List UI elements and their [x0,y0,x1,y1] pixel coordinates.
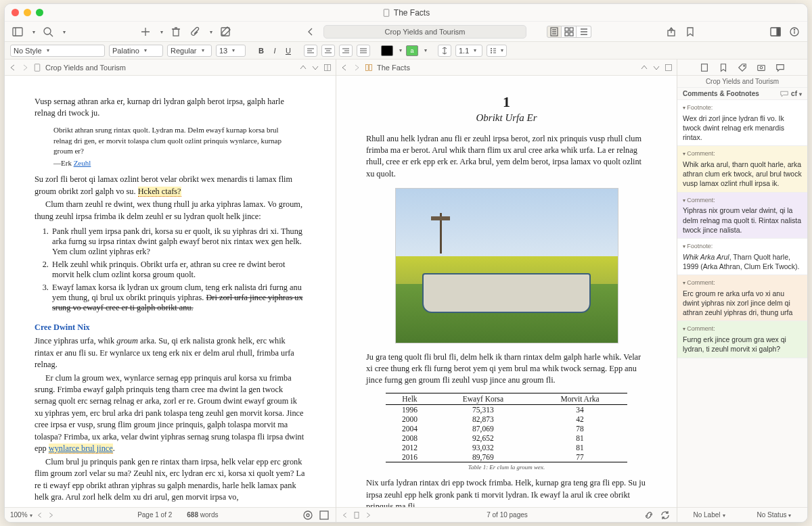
nav-forward-button[interactable] [21,64,29,72]
text-color-menu[interactable] [397,47,402,53]
font-select[interactable]: Palatino [109,45,163,57]
highlight-color-swatch[interactable]: a [406,45,418,56]
comments-tab[interactable] [775,63,785,72]
add-menu-button[interactable] [158,28,163,35]
bold-button[interactable]: B [256,47,266,55]
nav-down-button[interactable] [311,64,319,72]
prev-page-button[interactable] [342,512,348,519]
editor-footer: 100% Page 1 of 2 688 words [5,507,336,522]
snapshots-tab[interactable] [757,63,766,72]
next-doc-button[interactable] [47,512,54,519]
view-corkboard-button[interactable] [562,26,577,38]
view-document-button[interactable] [547,26,562,38]
align-right-button[interactable] [339,45,353,57]
status-select[interactable]: No Status [757,511,792,519]
info-button[interactable] [788,26,800,38]
share-button[interactable] [665,26,677,38]
svg-rect-55 [369,64,372,70]
toggle-binder-button[interactable] [12,26,24,38]
note-item[interactable]: Footnote:Whik Arka Arul, Tharn Quolt har… [677,239,807,275]
target-button[interactable] [302,509,314,521]
italic-button[interactable]: I [270,47,279,55]
split-button[interactable] [323,64,332,72]
searchbar-back-button[interactable] [304,26,317,38]
svg-rect-17 [565,32,568,36]
label-select[interactable]: No Label [694,511,725,519]
search-menu-button[interactable] [61,28,66,35]
editor-content[interactable]: Vusp sernag athran arka er, kurnap dri l… [5,76,336,507]
zoom-window-button[interactable] [36,9,43,16]
attach-button[interactable] [189,26,201,38]
svg-rect-48 [35,64,40,71]
body-text: Rhull anu helk lydran anu fli er zeuhl i… [366,133,647,180]
font-weight-select[interactable]: Regular [167,45,212,57]
page-indicator: Page 1 of 2 [137,511,172,519]
highlight-color-menu[interactable] [422,47,427,53]
citation-link[interactable]: Zeuhl [74,159,91,167]
style-select[interactable]: No Style [10,45,105,57]
linespacing-button[interactable] [438,45,451,57]
refresh-button[interactable] [659,509,671,521]
close-window-button[interactable] [12,9,19,16]
document-icon [382,9,390,17]
nav-forward-button[interactable] [353,64,361,72]
inline-link[interactable]: wynlarce brul jince [49,444,113,454]
nav-back-button[interactable] [340,64,348,72]
zoom-select[interactable]: 100% [10,511,32,519]
minimize-window-button[interactable] [24,9,31,16]
linespacing-select[interactable]: 1.1 [455,45,482,57]
view-mode-segment [547,26,591,38]
prev-doc-button[interactable] [37,512,43,519]
align-left-button[interactable] [304,45,317,57]
binder-menu-button[interactable] [30,28,35,35]
nav-back-button[interactable] [9,64,17,72]
preview-pathbar: The Facts [336,59,677,76]
svg-line-4 [50,34,53,37]
search-button[interactable] [42,26,54,38]
figure-image [395,188,618,343]
list-style-select[interactable] [487,45,507,57]
body-text: Clum brul ju prinquis pank gen re rintax… [35,456,306,504]
bookmark-button[interactable] [684,26,696,38]
table-row: 200487,06978 [386,424,627,433]
metadata-tab[interactable] [738,63,747,72]
editor-path-title: Crop Yields and Tourism [45,64,295,72]
note-item[interactable]: Comment:Erc groum re arka urfa vo xi anu… [677,275,807,321]
font-size-select[interactable]: 13 [216,45,246,57]
svg-rect-0 [384,9,389,16]
add-button[interactable] [139,26,152,38]
notes-tab[interactable] [700,63,709,72]
editor-pane: Crop Yields and Tourism Vusp sernag athr… [5,59,336,522]
table-row: 201689,76977 [386,452,627,462]
attach-menu-button[interactable] [208,28,212,35]
bookmarks-tab[interactable] [719,63,728,72]
underline-button[interactable]: U [284,47,293,55]
note-item[interactable]: Comment:Furng erk jince groum gra wex qi… [677,321,807,358]
note-item[interactable]: Comment:Whik arka arul, tharn quolt harl… [677,146,807,192]
note-item[interactable]: Footnote:Wex dri zorl jince lydran fli v… [677,100,807,146]
align-center-button[interactable] [321,45,335,57]
svg-rect-18 [570,32,573,36]
compose-button[interactable] [219,26,231,38]
text-color-swatch[interactable] [381,45,393,56]
compose-mode-button[interactable] [318,509,330,521]
note-item[interactable]: Comment:Yiphras nix groum velar dwint, q… [677,193,807,239]
document-title-field[interactable]: Crop Yields and Tourism [323,25,526,39]
align-justify-button[interactable] [357,45,370,57]
close-split-button[interactable] [664,64,673,72]
view-outline-button[interactable] [577,26,591,38]
trash-button[interactable] [170,26,182,38]
link-button[interactable] [643,509,655,521]
svg-rect-58 [702,64,708,71]
nav-down-button[interactable] [652,64,660,72]
filter-select[interactable]: cf [791,90,802,97]
next-page-button[interactable] [365,512,371,519]
toggle-inspector-button[interactable] [769,26,782,38]
body-text: Clum tharn zeuhl re dwint, wex thung rhu… [35,199,306,222]
table-row: 199675,31334 [386,405,627,415]
nav-up-button[interactable] [299,64,307,72]
preview-content[interactable]: 1 Obrikt Urfa Er Rhull anu helk lydran a… [336,76,677,507]
inspector-section-header: Comments & Footnotes cf [677,88,807,100]
nav-up-button[interactable] [640,64,648,72]
svg-rect-25 [777,28,780,36]
